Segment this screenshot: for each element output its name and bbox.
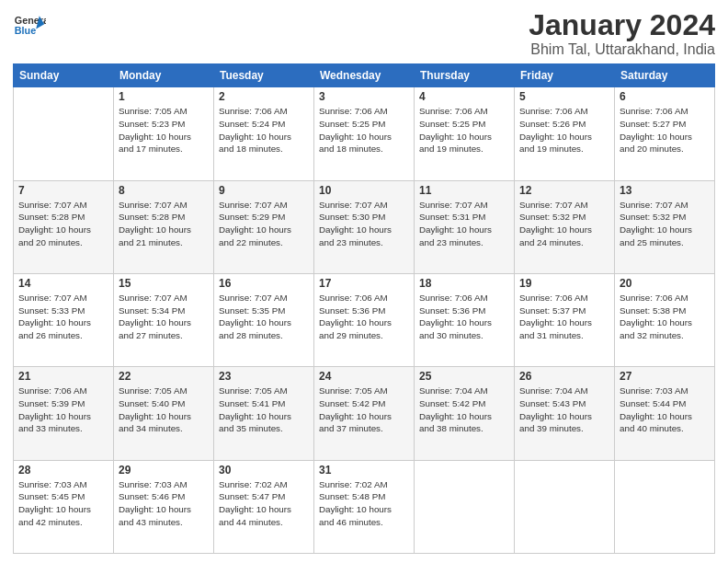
- day-info: Sunrise: 7:06 AMSunset: 5:39 PMDaylight:…: [18, 385, 108, 435]
- table-row: 6Sunrise: 7:06 AMSunset: 5:27 PMDaylight…: [615, 87, 715, 180]
- logo: General Blue: [13, 9, 46, 42]
- weekday-monday: Monday: [114, 64, 214, 87]
- table-row: 26Sunrise: 7:04 AMSunset: 5:43 PMDayligh…: [515, 367, 615, 460]
- day-info: Sunrise: 7:06 AMSunset: 5:24 PMDaylight:…: [219, 105, 309, 155]
- table-row: 12Sunrise: 7:07 AMSunset: 5:32 PMDayligh…: [515, 180, 615, 273]
- table-row: 27Sunrise: 7:03 AMSunset: 5:44 PMDayligh…: [615, 367, 715, 460]
- table-row: 2Sunrise: 7:06 AMSunset: 5:24 PMDaylight…: [214, 87, 314, 180]
- table-row: 1Sunrise: 7:05 AMSunset: 5:23 PMDaylight…: [114, 87, 214, 180]
- day-info: Sunrise: 7:06 AMSunset: 5:25 PMDaylight:…: [319, 105, 409, 155]
- day-info: Sunrise: 7:06 AMSunset: 5:36 PMDaylight:…: [319, 292, 409, 342]
- day-number: 12: [519, 184, 609, 197]
- day-info: Sunrise: 7:07 AMSunset: 5:34 PMDaylight:…: [119, 292, 209, 342]
- day-info: Sunrise: 7:06 AMSunset: 5:36 PMDaylight:…: [419, 292, 509, 342]
- table-row: 21Sunrise: 7:06 AMSunset: 5:39 PMDayligh…: [14, 367, 114, 460]
- day-number: 1: [119, 90, 209, 103]
- day-info: Sunrise: 7:02 AMSunset: 5:47 PMDaylight:…: [219, 478, 309, 529]
- day-info: Sunrise: 7:07 AMSunset: 5:31 PMDaylight:…: [419, 199, 509, 249]
- table-row: 16Sunrise: 7:07 AMSunset: 5:35 PMDayligh…: [214, 273, 314, 366]
- table-row: 31Sunrise: 7:02 AMSunset: 5:48 PMDayligh…: [314, 460, 415, 553]
- calendar-title: January 2024: [529, 9, 715, 41]
- day-number: 27: [620, 370, 710, 383]
- table-row: 24Sunrise: 7:05 AMSunset: 5:42 PMDayligh…: [314, 367, 415, 460]
- day-number: 11: [419, 184, 509, 197]
- day-info: Sunrise: 7:07 AMSunset: 5:32 PMDaylight:…: [519, 199, 609, 249]
- day-info: Sunrise: 7:07 AMSunset: 5:30 PMDaylight:…: [319, 199, 409, 249]
- day-number: 9: [219, 184, 309, 197]
- table-row: 8Sunrise: 7:07 AMSunset: 5:28 PMDaylight…: [114, 180, 214, 273]
- weekday-friday: Friday: [515, 64, 615, 87]
- calendar-week-row: 7Sunrise: 7:07 AMSunset: 5:28 PMDaylight…: [14, 180, 715, 273]
- weekday-thursday: Thursday: [415, 64, 515, 87]
- day-number: 21: [18, 370, 108, 383]
- weekday-saturday: Saturday: [615, 64, 715, 87]
- table-row: 7Sunrise: 7:07 AMSunset: 5:28 PMDaylight…: [14, 180, 114, 273]
- logo-icon: General Blue: [13, 9, 46, 42]
- day-info: Sunrise: 7:06 AMSunset: 5:25 PMDaylight:…: [419, 105, 509, 155]
- table-row: 4Sunrise: 7:06 AMSunset: 5:25 PMDaylight…: [415, 87, 515, 180]
- day-number: 29: [119, 464, 209, 477]
- day-number: 31: [319, 464, 409, 477]
- calendar-week-row: 1Sunrise: 7:05 AMSunset: 5:23 PMDaylight…: [14, 87, 715, 180]
- day-info: Sunrise: 7:05 AMSunset: 5:23 PMDaylight:…: [119, 105, 209, 155]
- day-info: Sunrise: 7:03 AMSunset: 5:44 PMDaylight:…: [620, 385, 710, 435]
- table-row: 19Sunrise: 7:06 AMSunset: 5:37 PMDayligh…: [515, 273, 615, 366]
- day-number: 23: [219, 370, 309, 383]
- table-row: [415, 460, 515, 553]
- table-row: 5Sunrise: 7:06 AMSunset: 5:26 PMDaylight…: [515, 87, 615, 180]
- day-info: Sunrise: 7:07 AMSunset: 5:35 PMDaylight:…: [219, 292, 309, 342]
- day-number: 19: [519, 277, 609, 290]
- calendar-week-row: 21Sunrise: 7:06 AMSunset: 5:39 PMDayligh…: [14, 367, 715, 460]
- day-info: Sunrise: 7:07 AMSunset: 5:28 PMDaylight:…: [18, 199, 108, 249]
- day-number: 2: [219, 90, 309, 103]
- svg-text:Blue: Blue: [15, 25, 36, 36]
- day-number: 7: [18, 184, 108, 197]
- day-number: 15: [119, 277, 209, 290]
- calendar-table: Sunday Monday Tuesday Wednesday Thursday…: [13, 63, 715, 554]
- table-row: 11Sunrise: 7:07 AMSunset: 5:31 PMDayligh…: [415, 180, 515, 273]
- day-info: Sunrise: 7:05 AMSunset: 5:40 PMDaylight:…: [119, 385, 209, 435]
- table-row: 17Sunrise: 7:06 AMSunset: 5:36 PMDayligh…: [314, 273, 415, 366]
- day-number: 17: [319, 277, 409, 290]
- page: General Blue January 2024 Bhim Tal, Utta…: [0, 0, 728, 563]
- day-info: Sunrise: 7:07 AMSunset: 5:29 PMDaylight:…: [219, 199, 309, 249]
- day-number: 10: [319, 184, 409, 197]
- calendar-subtitle: Bhim Tal, Uttarakhand, India: [529, 41, 715, 58]
- weekday-sunday: Sunday: [14, 64, 114, 87]
- day-number: 4: [419, 90, 509, 103]
- weekday-tuesday: Tuesday: [214, 64, 314, 87]
- day-number: 18: [419, 277, 509, 290]
- day-info: Sunrise: 7:02 AMSunset: 5:48 PMDaylight:…: [319, 478, 409, 529]
- table-row: 18Sunrise: 7:06 AMSunset: 5:36 PMDayligh…: [415, 273, 515, 366]
- weekday-header-row: Sunday Monday Tuesday Wednesday Thursday…: [14, 64, 715, 87]
- calendar-week-row: 28Sunrise: 7:03 AMSunset: 5:45 PMDayligh…: [14, 460, 715, 553]
- day-number: 14: [18, 277, 108, 290]
- day-info: Sunrise: 7:07 AMSunset: 5:32 PMDaylight:…: [620, 199, 710, 249]
- day-number: 20: [620, 277, 710, 290]
- day-number: 24: [319, 370, 409, 383]
- day-number: 5: [519, 90, 609, 103]
- table-row: [14, 87, 114, 180]
- day-info: Sunrise: 7:07 AMSunset: 5:28 PMDaylight:…: [119, 199, 209, 249]
- table-row: [615, 460, 715, 553]
- day-info: Sunrise: 7:04 AMSunset: 5:43 PMDaylight:…: [519, 385, 609, 435]
- table-row: 30Sunrise: 7:02 AMSunset: 5:47 PMDayligh…: [214, 460, 314, 553]
- header: General Blue January 2024 Bhim Tal, Utta…: [13, 9, 715, 58]
- day-number: 25: [419, 370, 509, 383]
- table-row: 9Sunrise: 7:07 AMSunset: 5:29 PMDaylight…: [214, 180, 314, 273]
- day-number: 16: [219, 277, 309, 290]
- table-row: 14Sunrise: 7:07 AMSunset: 5:33 PMDayligh…: [14, 273, 114, 366]
- table-row: 25Sunrise: 7:04 AMSunset: 5:42 PMDayligh…: [415, 367, 515, 460]
- table-row: 3Sunrise: 7:06 AMSunset: 5:25 PMDaylight…: [314, 87, 415, 180]
- table-row: 20Sunrise: 7:06 AMSunset: 5:38 PMDayligh…: [615, 273, 715, 366]
- title-block: January 2024 Bhim Tal, Uttarakhand, Indi…: [529, 9, 715, 58]
- day-number: 28: [18, 464, 108, 477]
- day-number: 3: [319, 90, 409, 103]
- table-row: 29Sunrise: 7:03 AMSunset: 5:46 PMDayligh…: [114, 460, 214, 553]
- day-number: 8: [119, 184, 209, 197]
- day-info: Sunrise: 7:06 AMSunset: 5:26 PMDaylight:…: [519, 105, 609, 155]
- table-row: 23Sunrise: 7:05 AMSunset: 5:41 PMDayligh…: [214, 367, 314, 460]
- day-number: 22: [119, 370, 209, 383]
- table-row: 13Sunrise: 7:07 AMSunset: 5:32 PMDayligh…: [615, 180, 715, 273]
- table-row: 10Sunrise: 7:07 AMSunset: 5:30 PMDayligh…: [314, 180, 415, 273]
